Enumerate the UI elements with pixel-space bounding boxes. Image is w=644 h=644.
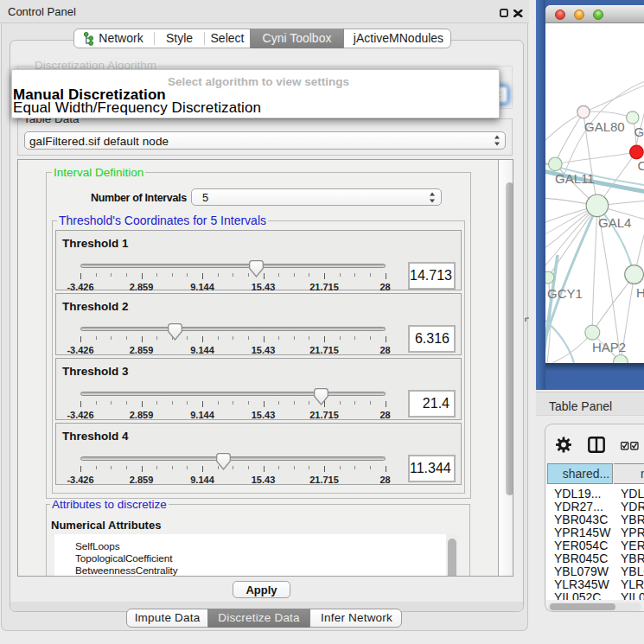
svg-text:HAP2: HAP2: [592, 340, 626, 354]
svg-text:GAL11: GAL11: [555, 171, 595, 186]
svg-text:GCY1: GCY1: [547, 286, 583, 301]
svg-text:GA: GA: [634, 124, 644, 139]
svg-text:GAL80: GAL80: [584, 119, 625, 134]
svg-text:GAL4: GAL4: [598, 215, 631, 230]
svg-text:C: C: [638, 158, 644, 173]
svg-text:H: H: [636, 285, 644, 300]
